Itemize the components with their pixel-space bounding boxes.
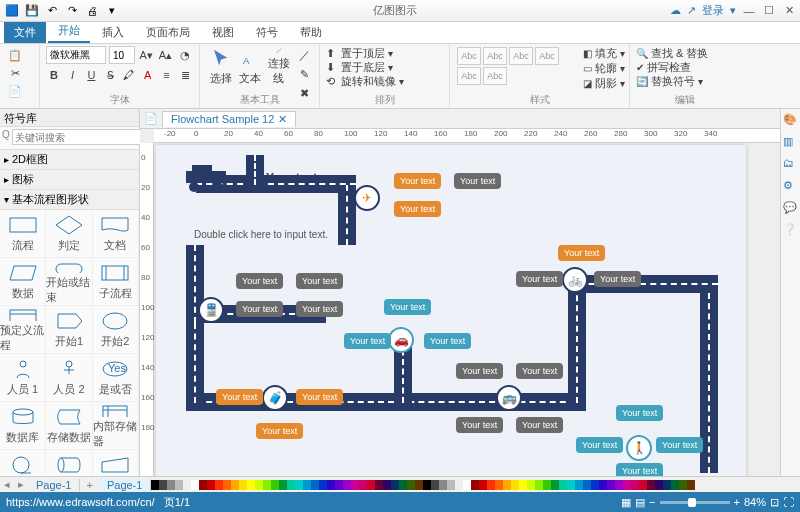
select-tool[interactable]: 选择 <box>206 46 235 86</box>
share-icon[interactable]: ↗ <box>687 4 696 17</box>
symbol-category[interactable]: ▸ 图标 <box>0 170 139 190</box>
font-name-select[interactable] <box>46 46 106 64</box>
replace-symbol-button[interactable]: 🔄 替换符号 ▾ <box>636 74 734 88</box>
arrange-bottom[interactable]: ⬇置于底层 ▾ <box>326 60 443 74</box>
text-chip[interactable]: Your text <box>454 173 501 189</box>
arrange-top[interactable]: ⬆置于顶层 ▾ <box>326 46 443 60</box>
font-color-icon[interactable]: A <box>140 66 156 84</box>
bold-icon[interactable]: B <box>46 66 62 84</box>
tab-layout[interactable]: 页面布局 <box>136 22 200 43</box>
connector-tool[interactable]: 连接线 <box>264 46 293 86</box>
page-tab[interactable]: Page-1 <box>28 479 80 491</box>
shape-database[interactable]: 数据库 <box>0 402 46 450</box>
help-icon[interactable]: ❔ <box>783 223 799 239</box>
comments-icon[interactable]: 💬 <box>783 201 799 217</box>
grow-font-icon[interactable]: A▴ <box>157 46 173 64</box>
luggage-icon[interactable]: 🧳 <box>262 385 288 411</box>
color-palette[interactable] <box>151 480 800 490</box>
style-gallery-item[interactable]: Abc <box>457 47 481 65</box>
tab-insert[interactable]: 插入 <box>92 22 134 43</box>
shape-person1[interactable]: 人员 1 <box>0 354 46 402</box>
text-chip[interactable]: Your text <box>516 271 563 287</box>
shape-process[interactable]: 流程 <box>0 210 46 258</box>
print-icon[interactable]: 🖨 <box>84 3 100 19</box>
shape-internal[interactable]: 内部存储器 <box>93 402 139 450</box>
text-chip[interactable]: Your text <box>216 389 263 405</box>
properties-icon[interactable]: ⚙ <box>783 179 799 195</box>
text-chip[interactable]: Your text <box>576 437 623 453</box>
canvas-page[interactable]: Your text Double click here to input tex… <box>156 145 746 476</box>
tab-file[interactable]: 文件 <box>4 22 46 43</box>
text-chip[interactable]: Your text <box>236 301 283 317</box>
dbl-click-hint[interactable]: Double click here to input text. <box>194 229 328 240</box>
view-mode-icon[interactable]: ▤ <box>635 496 645 509</box>
canvas-scroll[interactable]: 020406080100120140160180 Your text <box>140 143 780 476</box>
text-chip[interactable]: Your text <box>656 437 703 453</box>
text-chip[interactable]: Your text <box>516 417 563 433</box>
close-button[interactable]: ✕ <box>782 4 796 17</box>
pen-tool-icon[interactable]: ✎ <box>295 65 313 83</box>
outline-button[interactable]: ▭ 轮廓 ▾ <box>583 61 625 75</box>
cut-icon[interactable]: ✂ <box>6 64 24 82</box>
text-chip[interactable]: Your text <box>424 333 471 349</box>
copy-icon[interactable]: 📋 <box>6 46 24 64</box>
car-node-icon[interactable]: 🚗 <box>388 327 414 353</box>
text-chip[interactable]: Your text <box>558 245 605 261</box>
tab-view[interactable]: 视图 <box>202 22 244 43</box>
page-tab[interactable]: Page-1 <box>99 479 151 491</box>
text-chip[interactable]: Your text <box>384 299 431 315</box>
symbol-category[interactable]: ▸ 2D框图 <box>0 150 139 170</box>
login-dropdown-icon[interactable]: ▾ <box>730 4 736 17</box>
shape-start1[interactable]: 开始1 <box>46 306 92 354</box>
shape-data[interactable]: 数据 <box>0 258 46 306</box>
walk-icon[interactable]: 🚶 <box>626 435 652 461</box>
fullscreen-icon[interactable]: ⛶ <box>783 496 794 508</box>
close-tab-icon[interactable]: ✕ <box>278 113 287 126</box>
shape-subprocess[interactable]: 子流程 <box>93 258 139 306</box>
text-chip[interactable]: Your text <box>616 463 663 476</box>
shape-manual[interactable]: 手动输入 <box>93 450 139 476</box>
page-nav-prev[interactable]: ◂ <box>0 478 14 491</box>
find-replace-button[interactable]: 🔍 查找 & 替换 <box>636 46 734 60</box>
text-chip[interactable]: Your text <box>296 301 343 317</box>
shape-predefined[interactable]: 预定义流程 <box>0 306 46 354</box>
train-icon[interactable]: 🚆 <box>198 297 224 323</box>
layout-panel-icon[interactable]: ▥ <box>783 135 799 151</box>
shape-sequential[interactable]: 顺序数据 <box>0 450 46 476</box>
style-gallery-item[interactable]: Abc <box>457 67 481 85</box>
tab-help[interactable]: 帮助 <box>290 22 332 43</box>
doc-tab-list-icon[interactable]: 📄 <box>144 112 158 125</box>
text-chip[interactable]: Your text <box>296 273 343 289</box>
undo-icon[interactable]: ↶ <box>44 3 60 19</box>
zoom-slider[interactable] <box>660 501 730 504</box>
underline-icon[interactable]: U <box>84 66 100 84</box>
text-tool[interactable]: A文本 <box>235 46 264 86</box>
layers-icon[interactable]: 🗂 <box>783 157 799 173</box>
zoom-out-icon[interactable]: − <box>649 496 655 508</box>
symbol-category[interactable]: ▾ 基本流程图形状 <box>0 190 139 210</box>
shape-person2[interactable]: 人员 2 <box>46 354 92 402</box>
fit-page-icon[interactable]: ⊡ <box>770 496 779 509</box>
text-chip[interactable]: Your text <box>394 173 441 189</box>
symbol-search-input[interactable] <box>12 129 145 145</box>
page-nav-next[interactable]: ▸ <box>14 478 28 491</box>
theme-icon[interactable]: 🎨 <box>783 113 799 129</box>
style-gallery-item[interactable]: Abc <box>535 47 559 65</box>
text-chip[interactable]: Your text <box>616 405 663 421</box>
text-chip[interactable]: Your text <box>456 363 503 379</box>
text-chip[interactable]: Your text <box>516 363 563 379</box>
bullets-icon[interactable]: ≡ <box>159 66 175 84</box>
shape-start2[interactable]: 开始2 <box>93 306 139 354</box>
shrink-font-icon[interactable]: A▾ <box>138 46 154 64</box>
redo-icon[interactable]: ↷ <box>64 3 80 19</box>
cloud-icon[interactable]: ☁ <box>670 4 681 17</box>
shape-terminator[interactable]: 开始或结束 <box>46 258 92 306</box>
tab-symbol[interactable]: 符号 <box>246 22 288 43</box>
zoom-in-icon[interactable]: + <box>734 496 740 508</box>
add-page-icon[interactable]: + <box>80 479 98 491</box>
shape-yesno[interactable]: Yes是或否 <box>93 354 139 402</box>
road-title[interactable]: Your text <box>266 171 317 185</box>
text-chip[interactable]: Your text <box>296 389 343 405</box>
login-link[interactable]: 登录 <box>702 3 724 18</box>
shape-stored[interactable]: 存储数据 <box>46 402 92 450</box>
